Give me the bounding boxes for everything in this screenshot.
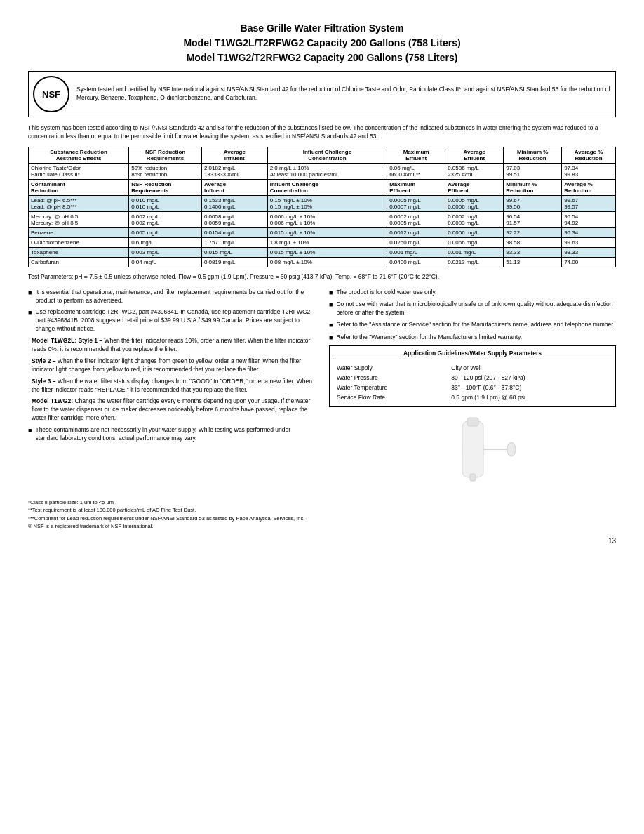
min-reduction-cell: 98.58: [504, 237, 562, 247]
bullet-text: It is essential that operational, mainte…: [35, 289, 315, 305]
max-effluent-cell: 0.0002 mg/L0.0005 mg/L: [387, 211, 445, 227]
bullet-item: Model T1WG2: Change the water filter car…: [28, 397, 315, 423]
col-nsf-req: NSF ReductionRequirements: [129, 147, 202, 163]
max-effluent-header2: MaximumEffluent: [387, 179, 445, 195]
substance-cell: Lead: @ pH 6.5***Lead: @ pH 8.5***: [29, 195, 129, 211]
bullet-icon: ■: [329, 289, 333, 298]
table-row: Service Flow Rate 0.5 gpm (1.9 Lpm) @ 60…: [335, 393, 610, 402]
bullet-text: Style 3 – When the water filter status d…: [32, 378, 315, 395]
substance-cell: Toxaphene: [29, 247, 129, 257]
filter-illustration: [410, 414, 536, 484]
min-reduction-header2: Minimum %Reduction: [504, 179, 562, 195]
param-value: City or Well: [449, 364, 610, 372]
col-avg-influent: AverageInfluent: [201, 147, 267, 163]
bullet-text: Refer to the "Warranty" section for the …: [336, 333, 522, 342]
param-label: Water Temperature: [335, 383, 448, 392]
nsf-req-cell: 0.005 mg/L: [129, 227, 202, 237]
influent-challenge-cell: 0.015 mg/L ± 10%: [267, 227, 387, 237]
table-row: Mercury: @ pH 6.5Mercury: @ pH 8.5 0.002…: [29, 211, 616, 227]
param-value: 33° - 100°F (0.6° - 37.8°C): [449, 383, 610, 392]
param-label: Service Flow Rate: [335, 393, 448, 402]
bullet-item: ■ Do not use with water that is microbio…: [329, 300, 616, 317]
footnote: ***Compliant for Lead reduction requirem…: [28, 515, 616, 522]
bullet-icon: ■: [329, 300, 333, 310]
avg-reduction-header2: Average %Reduction: [562, 179, 616, 195]
table-row: Water Supply City or Well: [335, 364, 610, 372]
col-avg-effluent: AverageEffluent: [445, 147, 504, 163]
avg-effluent-cell: 0.0536 mg/L2325 #/mL: [445, 163, 504, 179]
nsf-logo: NSF: [33, 76, 69, 112]
avg-influent-cell: 0.0819 mg/L: [201, 257, 267, 267]
influent-challenge-cell: 0.08 mg/L ± 10%: [267, 257, 387, 267]
avg-reduction-cell: 96.5494.92: [562, 211, 616, 227]
filter-image: [329, 414, 616, 484]
col-avg-reduction: Average %Reduction: [562, 147, 616, 163]
substance-cell: Benzene: [29, 227, 129, 237]
app-guidelines-table: Water Supply City or Well Water Pressure…: [333, 362, 612, 403]
bullet-item: ■ It is essential that operational, main…: [28, 289, 315, 305]
max-effluent-cell: 0.001 mg/L: [387, 247, 445, 257]
avg-effluent-cell: 0.0002 mg/L0.0003 mg/L: [445, 211, 504, 227]
min-reduction-cell: 51.13: [504, 257, 562, 267]
col-substance: Substance ReductionAesthetic Effects: [29, 147, 129, 163]
nsf-req-header2: NSF ReductionRequirements: [129, 179, 202, 195]
avg-reduction-cell: 96.34: [562, 227, 616, 237]
performance-table: Substance ReductionAesthetic Effects NSF…: [28, 147, 616, 267]
param-value: 0.5 gpm (1.9 Lpm) @ 60 psi: [449, 393, 610, 402]
bullet-icon: ■: [329, 321, 333, 330]
avg-reduction-cell: 74.00: [562, 257, 616, 267]
table-row: Toxaphene 0.003 mg/L 0.015 mg/L 0.015 mg…: [29, 247, 616, 257]
bullet-item: ■ Refer to the "Warranty" section for th…: [329, 333, 616, 343]
avg-effluent-cell: 0.001 mg/L: [445, 247, 504, 257]
nsf-req-cell: 50% reduction85% reduction: [129, 163, 202, 179]
substance-cell: Mercury: @ pH 6.5Mercury: @ pH 8.5: [29, 211, 129, 227]
substance-cell: O-Dichlorobenzene: [29, 237, 129, 247]
min-reduction-cell: 92.22: [504, 227, 562, 237]
influent-challenge-header2: Influent ChallengeConcentration: [267, 179, 387, 195]
max-effluent-cell: 0.0005 mg/L0.0007 mg/L: [387, 195, 445, 211]
bullet-icon: ■: [28, 426, 32, 435]
influent-challenge-cell: 1.8 mg/L ± 10%: [267, 237, 387, 247]
substance-cell: Carbofuran: [29, 257, 129, 267]
app-guidelines-box: Application Guidelines/Water Supply Para…: [329, 345, 616, 407]
bullet-item: Model T1WG2L: Style 1 – When the filter …: [28, 337, 315, 354]
left-bullets: ■ It is essential that operational, main…: [28, 289, 315, 485]
max-effluent-cell: 0.0400 mg/L: [387, 257, 445, 267]
avg-influent-cell: 2.0182 mg/L1333333 #/mL: [201, 163, 267, 179]
influent-challenge-cell: 2.0 mg/L ± 10%At least 10,000 particles/…: [267, 163, 387, 179]
nsf-certification-box: NSF System tested and certified by NSF I…: [28, 71, 616, 117]
influent-challenge-cell: 0.006 mg/L ± 10%0.006 mg/L ± 10%: [267, 211, 387, 227]
table-row: Water Temperature 33° - 100°F (0.6° - 37…: [335, 383, 610, 392]
bullet-text: The product is for cold water use only.: [336, 289, 436, 297]
bullet-text: Style 2 – When the filter indicator ligh…: [32, 357, 315, 374]
table-row: Lead: @ pH 6.5***Lead: @ pH 8.5*** 0.010…: [29, 195, 616, 211]
param-value: 30 - 120 psi (207 - 827 kPa): [449, 373, 610, 382]
bullet-item: ■ The product is for cold water use only…: [329, 289, 616, 298]
contaminant-header: ContaminantReduction: [29, 179, 129, 195]
max-effluent-cell: 0.0250 mg/L: [387, 237, 445, 247]
bullet-icon: ■: [28, 308, 32, 317]
bullet-text: Refer to the "Assistance or Service" sec…: [336, 321, 615, 329]
avg-reduction-cell: 97.3499.83: [562, 163, 616, 179]
avg-reduction-cell: 99.6799.57: [562, 195, 616, 211]
min-reduction-cell: 93.33: [504, 247, 562, 257]
table-row: Carbofuran 0.04 mg/L 0.0819 mg/L 0.08 mg…: [29, 257, 616, 267]
avg-reduction-cell: 99.63: [562, 237, 616, 247]
svg-rect-3: [470, 474, 476, 481]
bullet-text: Do not use with water that is microbiolo…: [336, 300, 616, 317]
intro-paragraph: This system has been tested according to…: [28, 124, 616, 141]
avg-influent-cell: 0.015 mg/L: [201, 247, 267, 257]
avg-influent-cell: 0.1533 mg/L0.1400 mg/L: [201, 195, 267, 211]
section-header-row: ContaminantReduction NSF ReductionRequir…: [29, 179, 616, 195]
avg-effluent-header2: AverageEffluent: [445, 179, 504, 195]
col-influent-challenge: Influent ChallengeConcentration: [267, 147, 387, 163]
bullet-text: Use replacement cartridge T2RFWG2, part …: [35, 308, 315, 333]
nsf-certification-text: System tested and certified by NSF Inter…: [76, 86, 611, 102]
avg-effluent-cell: 0.0006 mg/L: [445, 227, 504, 237]
footnotes-section: *Class II particle size: 1 um to <5 um *…: [28, 498, 616, 530]
page-title: Base Grille Water Filtration System Mode…: [28, 21, 616, 65]
avg-influent-cell: 0.0154 mg/L: [201, 227, 267, 237]
footnote: ® NSF is a registered trademark of NSF I…: [28, 522, 616, 530]
col-max-effluent: MaximumEffluent: [387, 147, 445, 163]
table-row: Water Pressure 30 - 120 psi (207 - 827 k…: [335, 373, 610, 382]
